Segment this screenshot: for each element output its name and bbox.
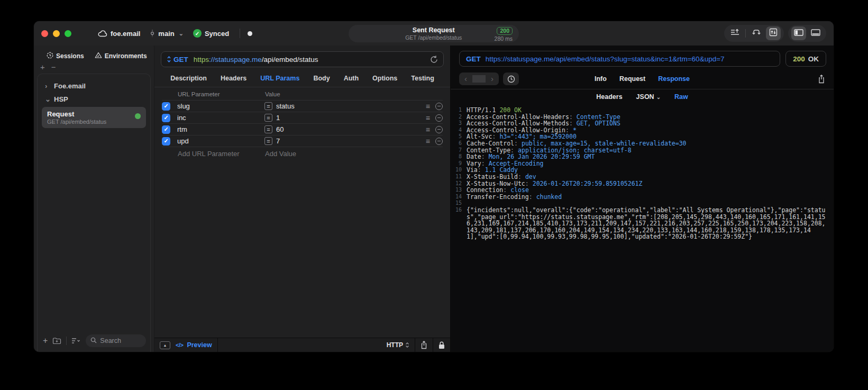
tree-item-foe-email[interactable]: › Foe.email	[41, 79, 147, 93]
line-number: 11	[451, 174, 467, 180]
param-checkbox[interactable]: ✓	[162, 102, 170, 111]
param-row-actions: ≡	[426, 138, 443, 145]
back-button[interactable]: ‹	[459, 72, 472, 85]
param-name-field[interactable]: inc	[177, 114, 264, 122]
request-list-item[interactable]: Request GET /api/embed/status	[42, 107, 146, 128]
send-refresh-button[interactable]	[430, 55, 438, 64]
response-raw-view[interactable]: 1 HTTP/1.1200 OK 2Access-Control-Allow-H…	[451, 105, 834, 352]
url-path: /api/embed/status	[262, 56, 318, 64]
param-value-field[interactable]: 1	[276, 114, 280, 122]
response-body-json: {"incidents":null,"overall":{"code":"ope…	[467, 207, 826, 240]
project-menu[interactable]: foe.email	[98, 30, 140, 38]
sync-status[interactable]: ✓ Synced	[193, 29, 229, 38]
boxed-transfer-arrows-icon	[769, 28, 778, 39]
tab-environments[interactable]: Environments	[95, 52, 147, 60]
close-window-button[interactable]	[41, 30, 48, 37]
session-tree: › Foe.email ⌄ HSP Request GET /api/embed…	[38, 74, 150, 331]
tab-response[interactable]: Response	[658, 75, 690, 83]
tab-auth[interactable]: Auth	[344, 75, 359, 82]
request-url-bar[interactable]: GET https://statuspage.me/api/embed/stat…	[161, 51, 444, 67]
import-export-button[interactable]	[727, 26, 742, 40]
tab-request[interactable]: Request	[619, 75, 645, 83]
preview-button[interactable]: </> Preview	[176, 341, 212, 349]
header-value: 2026-01-26T20:29:59.859105261Z	[533, 180, 643, 187]
param-row-slug[interactable]: ✓ slug = status ≡	[162, 100, 443, 112]
add-url-parameter-placeholder[interactable]: Add URL Parameter	[178, 150, 265, 158]
tab-description[interactable]: Description	[170, 75, 207, 82]
param-checkbox[interactable]: ✓	[162, 114, 170, 122]
subtab-headers[interactable]: Headers	[596, 93, 622, 101]
add-param-row[interactable]: Add URL Parameter Add Value	[162, 147, 443, 160]
export-response-button[interactable]	[818, 75, 825, 84]
collapse-panel-button[interactable]: ▲	[160, 341, 170, 349]
subtab-json[interactable]: JSON ⌄	[636, 93, 661, 101]
remove-param-icon[interactable]	[435, 103, 443, 110]
zoom-window-button[interactable]	[65, 30, 71, 37]
forward-button[interactable]: ›	[486, 72, 499, 85]
request-pane-footer: ▲ </> Preview HTTP	[154, 338, 450, 352]
param-checkbox[interactable]: ✓	[162, 137, 170, 146]
tab-body[interactable]: Body	[313, 75, 330, 82]
tab-headers[interactable]: Headers	[221, 75, 246, 82]
lock-icon[interactable]	[438, 341, 445, 349]
line-number: 9	[451, 160, 467, 167]
drag-handle-icon[interactable]: ≡	[426, 103, 430, 110]
method-stepper-icon[interactable]	[167, 56, 171, 63]
param-row-upd[interactable]: ✓ upd = 7 ≡	[162, 135, 443, 147]
app-window: foe.email main ⌄ ✓ Synced Sent Reque	[34, 21, 834, 352]
search-placeholder: Search	[100, 337, 121, 344]
sort-filter-button[interactable]	[71, 338, 81, 344]
search-input[interactable]: Search	[86, 334, 146, 347]
tab-url-params[interactable]: URL Params	[260, 75, 299, 82]
drag-handle-icon[interactable]: ≡	[426, 126, 430, 133]
toggle-bottom-panel-button[interactable]	[808, 26, 823, 40]
remove-session-button[interactable]: −	[51, 62, 56, 71]
remove-param-icon[interactable]	[435, 114, 443, 122]
param-name-field[interactable]: upd	[177, 137, 264, 145]
param-name-field[interactable]: rtm	[177, 125, 264, 133]
drag-handle-icon[interactable]: ≡	[426, 138, 430, 145]
add-value-placeholder[interactable]: Add Value	[265, 150, 296, 158]
subtab-raw[interactable]: Raw	[674, 93, 688, 101]
toggle-sidebar-button[interactable]	[791, 26, 806, 40]
sent-url-box[interactable]: GET https://statuspage.me/api/embed/stat…	[459, 51, 780, 67]
minimize-window-button[interactable]	[53, 30, 60, 37]
sidebar-footer: +	[38, 331, 150, 352]
param-checkbox[interactable]: ✓	[162, 125, 170, 134]
protocol-selector[interactable]: HTTP	[387, 341, 409, 349]
tree-item-hsp[interactable]: ⌄ HSP	[41, 93, 147, 106]
branch-selector[interactable]: main ⌄	[150, 30, 184, 38]
line-number: 14	[451, 194, 467, 201]
share-button[interactable]	[421, 341, 427, 349]
param-row-actions: ≡	[426, 126, 443, 133]
param-name-field[interactable]: slug	[177, 102, 264, 110]
add-request-button[interactable]: +	[43, 336, 48, 346]
param-value-field[interactable]: 7	[276, 137, 280, 145]
history-button[interactable]	[503, 72, 519, 85]
session-add-remove: + −	[34, 62, 154, 72]
param-row-rtm[interactable]: ✓ rtm = 60 ≡	[162, 123, 443, 135]
tab-environments-label: Environments	[105, 52, 147, 60]
response-tabs: Info Request Response	[595, 75, 690, 83]
clock-icon	[507, 75, 515, 83]
param-value-field[interactable]: status	[276, 102, 295, 110]
tab-sessions[interactable]: Sessions	[47, 52, 84, 60]
add-session-button[interactable]: +	[40, 62, 45, 71]
tab-options[interactable]: Options	[372, 75, 397, 82]
sync-branches-button[interactable]	[749, 26, 764, 40]
branch-icon	[150, 30, 155, 37]
remove-param-icon[interactable]	[435, 138, 443, 145]
new-folder-button[interactable]	[52, 337, 61, 344]
param-value-field[interactable]: 60	[276, 125, 284, 133]
code-line: 12X-Status-Now-Utc2026-01-26T20:29:59.85…	[451, 180, 826, 187]
drag-handle-icon[interactable]: ≡	[426, 114, 430, 122]
sent-url: https://statuspage.me/api/embed/status?s…	[486, 55, 725, 63]
live-sync-button[interactable]	[766, 26, 781, 40]
tab-info[interactable]: Info	[595, 75, 607, 83]
request-status-pill[interactable]: Sent Request GET /api/embed/status 200 2…	[349, 25, 519, 42]
request-pane: GET https://statuspage.me/api/embed/stat…	[154, 46, 451, 352]
param-row-inc[interactable]: ✓ inc = 1 ≡	[162, 112, 443, 123]
remove-param-icon[interactable]	[435, 126, 443, 133]
branch-name: main	[158, 30, 174, 38]
tab-testing[interactable]: Testing	[411, 75, 434, 82]
